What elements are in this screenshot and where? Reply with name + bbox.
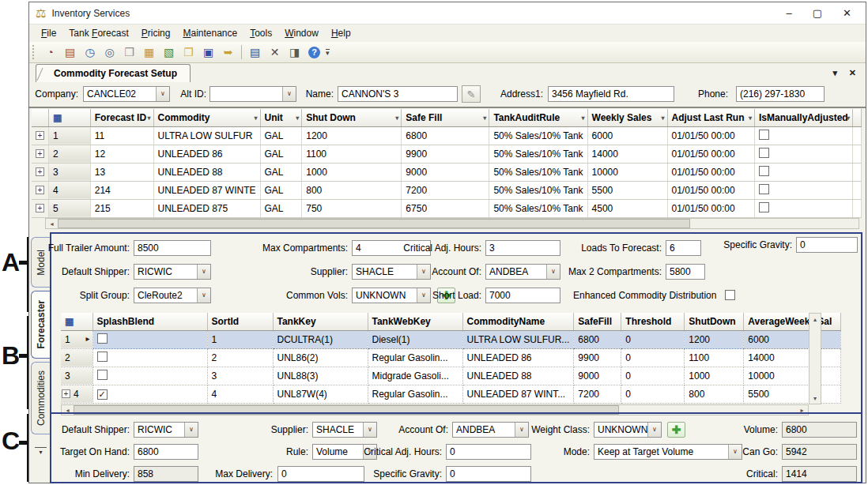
cell-adjust_last_run[interactable]: 01/01/50 00:00: [667, 199, 754, 217]
toolbar-overflow-icon[interactable]: ▾: [326, 49, 330, 56]
cell-shut_down[interactable]: 800: [685, 385, 744, 403]
checkbox[interactable]: [759, 202, 769, 212]
import-list-icon[interactable]: ▤: [246, 44, 264, 61]
column-header-threshold[interactable]: Threshold: [621, 313, 685, 330]
cell-shut_down[interactable]: 1200: [685, 330, 744, 348]
checkbox[interactable]: [759, 130, 769, 140]
enhanced-commodity-distribution-checkbox[interactable]: [725, 290, 735, 300]
row-header[interactable]: +4: [61, 385, 92, 403]
checkbox[interactable]: [97, 352, 108, 362]
grid-icon[interactable]: ▦: [140, 44, 158, 61]
cell-is_manually_adjusted[interactable]: [754, 199, 852, 217]
menu-item-window[interactable]: Window: [279, 26, 324, 40]
column-header-safe_fill[interactable]: Safe Fill▾: [402, 109, 489, 126]
expand-icon[interactable]: +: [36, 167, 44, 176]
alt-id-select[interactable]: ∨: [209, 86, 296, 102]
column-header-tank_audit_rule[interactable]: TankAuditRule▾: [489, 109, 587, 126]
column-header-avg_weekly[interactable]: AverageWeeklySal: [744, 313, 841, 330]
filter-arrow-icon[interactable]: ▾: [255, 115, 258, 122]
column-header-forecast_id[interactable]: Forecast ID▾: [90, 109, 153, 126]
cell-adjust_last_run[interactable]: 01/01/50 00:00: [667, 163, 754, 181]
expand-icon[interactable]: +: [36, 186, 44, 194]
cell-safe_fill[interactable]: 6800: [574, 330, 621, 348]
max-2-compartments-field[interactable]: 5800: [666, 264, 705, 280]
cell-tank_key[interactable]: UNL86(2): [273, 348, 368, 367]
row-header[interactable]: 1▸: [61, 330, 92, 348]
chevron-down-icon[interactable]: ∨: [156, 87, 169, 101]
save-icon[interactable]: ▣: [199, 44, 217, 61]
column-chooser-cell[interactable]: ▦: [61, 313, 92, 330]
close-button[interactable]: ✕: [843, 7, 851, 20]
cell-forecast_id[interactable]: 13: [90, 163, 153, 181]
row-expander-cell[interactable]: +: [32, 163, 49, 181]
cell-tank_key[interactable]: UNL87W(4): [273, 385, 368, 403]
cell-threshold[interactable]: 0: [621, 367, 685, 385]
cell-safe_fill[interactable]: 6800: [402, 126, 489, 145]
column-header-shut_down[interactable]: Shut Down▾: [302, 109, 402, 126]
binoculars-icon[interactable]: ◎: [100, 44, 119, 61]
clock-icon[interactable]: ◷: [81, 44, 99, 61]
cell-sort_id[interactable]: 2: [207, 348, 273, 367]
cell-unit[interactable]: GAL: [260, 126, 302, 145]
cell-is_manually_adjusted[interactable]: [754, 181, 852, 199]
row-header[interactable]: 4: [49, 181, 91, 199]
cell-commodity[interactable]: UNLEADED 875: [153, 199, 260, 217]
column-chooser-icon[interactable]: ▦: [65, 316, 74, 327]
cell-unit[interactable]: GAL: [260, 199, 302, 217]
cell-threshold[interactable]: 0: [621, 330, 685, 348]
table-row[interactable]: +4214UNLEADED 87 WINTEGAL800720050% Sale…: [32, 181, 862, 199]
column-header-unit[interactable]: Unit▾: [260, 109, 302, 126]
filter-arrow-icon[interactable]: ▾: [847, 115, 850, 122]
table-row[interactable]: +313UNLEADED 88GAL1000900050% Sales/10% …: [32, 163, 862, 181]
menu-item-maintenance[interactable]: Maintenance: [177, 26, 243, 40]
cell-commodity[interactable]: UNLEADED 88: [153, 163, 260, 181]
menu-item-help[interactable]: Help: [326, 26, 357, 40]
checkbox-checked[interactable]: ✓: [97, 389, 108, 400]
checkbox[interactable]: [97, 370, 108, 380]
cell-splash_blend[interactable]: ✓: [92, 385, 207, 403]
cell-tank_key[interactable]: UNL88(3): [273, 367, 368, 385]
cell-forecast_id[interactable]: 214: [90, 181, 153, 199]
table-row[interactable]: +5215UNLEADED 875GAL750675050% Sales/10%…: [32, 199, 862, 217]
split-group-select[interactable]: CleRoute2∨: [134, 288, 211, 303]
cell-safe_fill[interactable]: 9900: [402, 145, 489, 163]
menu-item-tank-forecast[interactable]: Tank Forecast: [63, 26, 134, 40]
table-row[interactable]: 22UNL86(2)Regular Gasolin...UNLEADED 869…: [61, 348, 841, 367]
cell-is_manually_adjusted[interactable]: [754, 126, 852, 145]
cell-adjust_last_run[interactable]: 01/01/50 00:00: [667, 145, 754, 163]
maximize-button[interactable]: ▢: [813, 7, 822, 20]
cell-tank_web_key[interactable]: Midgrade Gasoli...: [368, 367, 462, 385]
table-row[interactable]: +4✓4UNL87W(4)Regular Gasolin...UNLEADED …: [61, 385, 841, 403]
phone-field[interactable]: (216) 297-1830: [736, 86, 825, 102]
filter-arrow-icon[interactable]: ▾: [662, 115, 665, 122]
cell-weekly_sales[interactable]: 10000: [587, 163, 667, 181]
column-header-shut_down[interactable]: ShutDown: [685, 313, 744, 330]
cell-unit[interactable]: GAL: [260, 163, 302, 181]
cell-sort_id[interactable]: 4: [207, 385, 273, 403]
cell-weekly_sales[interactable]: 5500: [587, 181, 667, 199]
cell-tank_key[interactable]: DCULTRA(1): [273, 330, 368, 348]
cell-splash_blend[interactable]: [92, 348, 207, 367]
cell-safe_fill[interactable]: 9000: [574, 367, 621, 385]
weight-class-select[interactable]: UNKNOWN∨: [594, 422, 662, 438]
scroll-down-icon[interactable]: ▾: [810, 393, 821, 404]
cell-splash_blend[interactable]: [92, 367, 207, 385]
chevron-down-icon[interactable]: ∨: [282, 87, 296, 101]
row-header[interactable]: 2: [49, 145, 91, 163]
table-row[interactable]: 33UNL88(3)Midgrade Gasoli...UNLEADED 889…: [61, 367, 841, 385]
column-header-commodity[interactable]: Commodity▾: [153, 109, 260, 126]
cell-is_manually_adjusted[interactable]: [754, 163, 852, 181]
checkbox[interactable]: [97, 333, 108, 344]
cell-commodity_name[interactable]: UNLEADED 87 WINT...: [462, 385, 574, 403]
cell-safe_fill[interactable]: 6750: [402, 199, 489, 217]
column-header-weekly_sales[interactable]: Weekly Sales▾: [587, 109, 667, 126]
chevron-down-icon[interactable]: ∨: [184, 423, 198, 437]
chevron-down-icon[interactable]: ∨: [197, 265, 210, 279]
default-shipper-select[interactable]: RICWIC∨: [134, 422, 198, 438]
checkbox[interactable]: [759, 148, 769, 158]
critical-adj-hours-field[interactable]: 0: [446, 444, 531, 460]
cell-weekly_sales[interactable]: 6000: [587, 126, 667, 145]
cell-avg_weekly[interactable]: 6000: [744, 330, 841, 348]
row-header[interactable]: 3: [49, 163, 91, 181]
specific-gravity-field[interactable]: 0: [796, 237, 858, 253]
